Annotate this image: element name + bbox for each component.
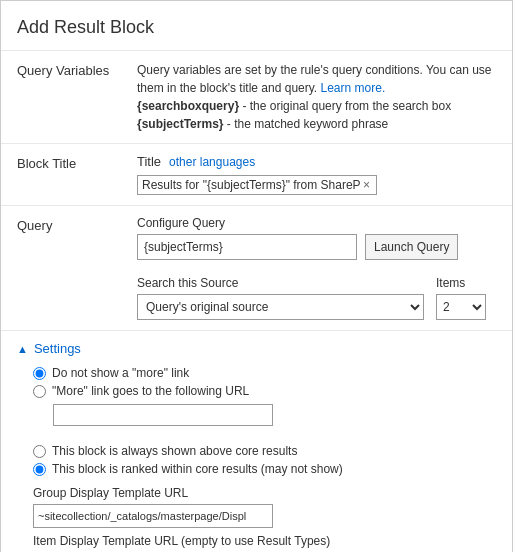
settings-body: Do not show a "more" link "More" link go… [17, 366, 496, 548]
other-languages-link[interactable]: other languages [169, 155, 255, 169]
query-input-row: Launch Query [137, 234, 496, 268]
search-source-label: Search this Source [137, 276, 424, 290]
items-label: Items [436, 276, 496, 290]
launch-query-button[interactable]: Launch Query [365, 234, 458, 260]
query-input[interactable] [137, 234, 357, 260]
configure-query-label: Configure Query [137, 216, 496, 230]
query-content: Configure Query Launch Query Search this… [137, 216, 496, 320]
radio-always-above-label: This block is always shown above core re… [52, 444, 297, 458]
query-row: Query Configure Query Launch Query Searc… [1, 205, 512, 330]
more-link-radio-group: Do not show a "more" link "More" link go… [33, 366, 496, 434]
search-source-col: Search this Source Query's original sour… [137, 276, 424, 320]
query-variables-info: Query variables are set by the rule's qu… [137, 63, 492, 95]
source-items-row: Search this Source Query's original sour… [137, 276, 496, 320]
radio-ranked-within-label: This block is ranked within core results… [52, 462, 343, 476]
settings-arrow-icon: ▲ [17, 343, 28, 355]
settings-title: Settings [34, 341, 81, 356]
radio-no-more-link-input[interactable] [33, 367, 46, 380]
block-title-content: Title other languages × [137, 154, 496, 195]
items-select[interactable]: 23510 [436, 294, 486, 320]
group-template-input[interactable] [33, 504, 273, 528]
items-col: Items 23510 [436, 276, 496, 320]
settings-header[interactable]: ▲ Settings [17, 341, 496, 356]
query-label: Query [17, 216, 137, 233]
title-input-wrapper: × [137, 175, 377, 195]
page-title: Add Result Block [1, 17, 512, 50]
title-row: Title other languages [137, 154, 496, 169]
title-static-label: Title [137, 154, 161, 169]
radio-ranked-within: This block is ranked within core results… [33, 462, 496, 476]
settings-section: ▲ Settings Do not show a "more" link "Mo… [1, 330, 512, 552]
radio-always-above-input[interactable] [33, 445, 46, 458]
query-variables-label: Query Variables [17, 61, 137, 78]
block-title-row: Block Title Title other languages × [1, 143, 512, 205]
query-variables-row: Query Variables Query variables are set … [1, 50, 512, 143]
block-title-label: Block Title [17, 154, 137, 171]
item-template-label: Item Display Template URL (empty to use … [33, 534, 496, 548]
radio-no-more-link-label: Do not show a "more" link [52, 366, 189, 380]
title-clear-button[interactable]: × [361, 178, 372, 192]
more-link-url-input[interactable] [53, 404, 273, 426]
subject-terms-line: {subjectTerms} - the matched keyword phr… [137, 117, 388, 131]
block-title-input[interactable] [142, 178, 361, 192]
group-template-label: Group Display Template URL [33, 486, 496, 500]
radio-more-link-url-input[interactable] [33, 385, 46, 398]
add-result-block-panel: Add Result Block Query Variables Query v… [0, 0, 513, 552]
radio-always-above: This block is always shown above core re… [33, 444, 496, 458]
radio-no-more-link: Do not show a "more" link [33, 366, 496, 380]
search-source-select[interactable]: Query's original sourceLocal SharePoint … [137, 294, 424, 320]
radio-ranked-within-input[interactable] [33, 463, 46, 476]
radio-more-link-url: "More" link goes to the following URL [33, 384, 496, 398]
position-radio-group: This block is always shown above core re… [33, 444, 496, 476]
radio-more-link-url-label: "More" link goes to the following URL [52, 384, 249, 398]
learn-more-link[interactable]: Learn more. [321, 81, 386, 95]
searchbox-term-line: {searchboxquery} - the original query fr… [137, 99, 451, 113]
query-variables-content: Query variables are set by the rule's qu… [137, 61, 496, 133]
